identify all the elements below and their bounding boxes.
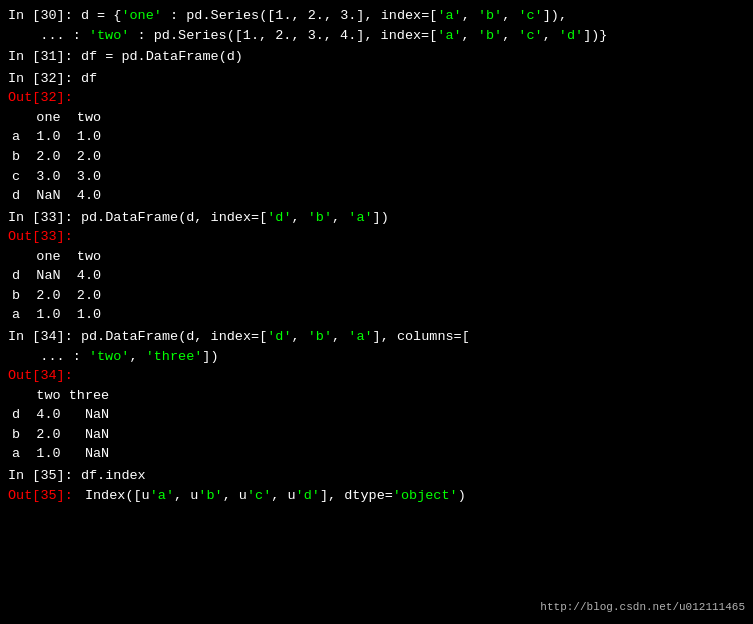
prompt-30: In [30]:	[8, 8, 73, 23]
out-prompt-33: Out[33]:	[8, 227, 745, 247]
in-31: In [31]: df = pd.DataFrame(d)	[8, 47, 745, 67]
out-prompt-32: Out[32]:	[8, 88, 745, 108]
cell-35: In [35]: df.index Out[35]: Index([u'a', …	[8, 466, 745, 505]
output-33: one two d NaN 4.0 b 2.0 2.0 a 1.0 1.0	[8, 247, 745, 325]
in-33: In [33]: pd.DataFrame(d, index=['d', 'b'…	[8, 208, 745, 228]
in-34: In [34]: pd.DataFrame(d, index=['d', 'b'…	[8, 327, 745, 366]
output-32: one two a 1.0 1.0 b 2.0 2.0 c 3.0 3.0 d …	[8, 108, 745, 206]
output-34: two three d 4.0 NaN b 2.0 NaN a 1.0 NaN	[8, 386, 745, 464]
cell-34: In [34]: pd.DataFrame(d, index=['d', 'b'…	[8, 327, 745, 464]
cell-30: In [30]: d = {'one' : pd.Series([1., 2.,…	[8, 6, 745, 45]
in-32: In [32]: df	[8, 69, 745, 89]
in-35: In [35]: df.index	[8, 466, 745, 486]
in-30: In [30]: d = {'one' : pd.Series([1., 2.,…	[8, 6, 745, 45]
out-prompt-35: Out[35]: Index([u'a', u'b', u'c', u'd'],…	[8, 486, 745, 506]
cell-33: In [33]: pd.DataFrame(d, index=['d', 'b'…	[8, 208, 745, 325]
notebook: In [30]: d = {'one' : pd.Series([1., 2.,…	[0, 0, 753, 513]
out-prompt-34: Out[34]:	[8, 366, 745, 386]
watermark: http://blog.csdn.net/u012111465	[540, 600, 745, 616]
cell-32: In [32]: df Out[32]: one two a 1.0 1.0 b…	[8, 69, 745, 206]
cell-31: In [31]: df = pd.DataFrame(d)	[8, 47, 745, 67]
